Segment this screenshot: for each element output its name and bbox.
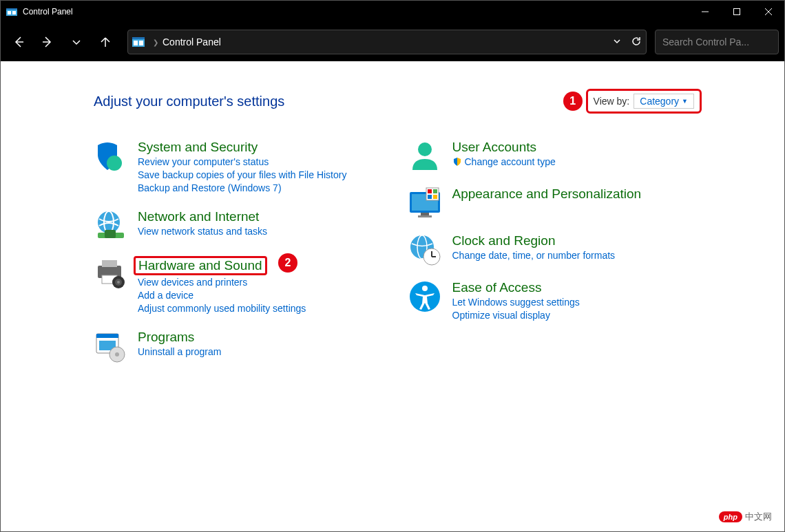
ease-of-access-link[interactable]: Ease of Access	[452, 280, 542, 295]
svg-rect-36	[418, 215, 432, 217]
recent-locations-button[interactable]	[64, 30, 89, 54]
view-by-label: View by:	[594, 96, 630, 107]
suggest-settings-link[interactable]: Let Windows suggest settings	[452, 297, 580, 308]
file-history-link[interactable]: Save backup copies of your files with Fi…	[138, 169, 346, 180]
dropdown-triangle-icon: ▼	[682, 98, 688, 105]
mobility-settings-link[interactable]: Adjust commonly used mobility settings	[138, 303, 306, 314]
printer-icon	[94, 256, 127, 289]
category-programs: Programs Uninstall a program	[94, 330, 388, 363]
close-button[interactable]	[753, 1, 784, 23]
category-user-accounts: User Accounts Change account type	[408, 140, 702, 173]
programs-link[interactable]: Programs	[138, 330, 194, 345]
address-bar[interactable]: ❯ Control Panel	[127, 30, 647, 54]
svg-rect-20	[105, 230, 116, 238]
user-icon	[408, 140, 441, 173]
search-box[interactable]	[655, 30, 779, 54]
category-ease-of-access: Ease of Access Let Windows suggest setti…	[408, 280, 702, 323]
user-accounts-link[interactable]: User Accounts	[452, 140, 537, 155]
svg-rect-11	[132, 37, 145, 39]
chevron-right-icon: ❯	[153, 39, 158, 46]
svg-rect-39	[433, 189, 437, 193]
category-hardware: Hardware and Sound 2 View devices and pr…	[94, 256, 388, 316]
svg-rect-41	[433, 195, 437, 199]
svg-rect-13	[139, 41, 143, 45]
svg-rect-12	[134, 41, 138, 45]
category-system-security: System and Security Review your computer…	[94, 140, 388, 195]
watermark-pill: php	[719, 511, 742, 522]
add-device-link[interactable]: Add a device	[138, 290, 193, 301]
view-by-dropdown[interactable]: Category ▼	[634, 94, 694, 109]
svg-rect-35	[421, 213, 429, 215]
appearance-link[interactable]: Appearance and Personalization	[452, 187, 642, 202]
annotation-marker-1: 1	[563, 92, 583, 111]
title-bar: Control Panel	[1, 1, 784, 23]
left-column: System and Security Review your computer…	[94, 140, 388, 376]
category-appearance: Appearance and Personalization	[408, 187, 702, 220]
page-heading: Adjust your computer's settings	[94, 94, 284, 109]
svg-point-32	[418, 142, 432, 156]
category-network: Network and Internet View network status…	[94, 209, 388, 242]
watermark: php 中文网	[719, 511, 772, 523]
control-panel-icon	[6, 6, 17, 17]
window-title: Control Panel	[23, 7, 689, 17]
navigation-toolbar: ❯ Control Panel	[1, 23, 784, 61]
annotation-marker-2: 2	[278, 253, 297, 273]
network-internet-link[interactable]: Network and Internet	[138, 209, 259, 224]
backup-restore-link[interactable]: Backup and Restore (Windows 7)	[138, 182, 282, 193]
right-column: User Accounts Change account type Appear…	[408, 140, 702, 376]
network-status-link[interactable]: View network status and tasks	[138, 226, 267, 237]
svg-rect-3	[12, 11, 16, 14]
watermark-text: 中文网	[745, 511, 772, 523]
maximize-button[interactable]	[721, 1, 753, 23]
back-button[interactable]	[6, 30, 31, 54]
forward-button[interactable]	[35, 30, 60, 54]
search-input[interactable]	[662, 36, 783, 47]
content-area: Adjust your computer's settings 1 View b…	[1, 61, 784, 376]
hardware-sound-link[interactable]: Hardware and Sound	[138, 258, 262, 273]
uac-shield-icon	[452, 157, 462, 167]
devices-printers-link[interactable]: View devices and printers	[138, 277, 247, 288]
svg-rect-1	[6, 8, 17, 10]
refresh-button[interactable]	[631, 36, 642, 49]
programs-icon	[94, 330, 127, 363]
view-by-value: Category	[640, 96, 679, 107]
date-time-formats-link[interactable]: Change date, time, or number formats	[452, 250, 616, 261]
svg-rect-40	[428, 195, 432, 199]
category-clock-region: Clock and Region Change date, time, or n…	[408, 233, 702, 266]
address-dropdown-button[interactable]	[613, 36, 621, 47]
svg-point-16	[107, 156, 122, 171]
up-button[interactable]	[93, 30, 118, 54]
clock-globe-icon	[408, 233, 441, 266]
globe-icon	[94, 209, 127, 242]
minimize-button[interactable]	[689, 1, 721, 23]
svg-rect-5	[734, 9, 740, 15]
optimize-display-link[interactable]: Optimize visual display	[452, 310, 550, 321]
accessibility-icon	[408, 280, 441, 313]
clock-region-link[interactable]: Clock and Region	[452, 233, 556, 248]
svg-rect-22	[102, 260, 117, 267]
system-security-link[interactable]: System and Security	[138, 140, 258, 155]
svg-rect-38	[428, 189, 432, 193]
shield-icon	[94, 140, 127, 173]
svg-point-31	[115, 352, 119, 357]
review-status-link[interactable]: Review your computer's status	[138, 156, 269, 167]
address-location: Control Panel	[163, 36, 221, 47]
svg-rect-28	[96, 334, 118, 338]
change-account-type-link[interactable]: Change account type	[452, 156, 556, 167]
svg-rect-2	[8, 11, 11, 14]
address-icon	[132, 37, 145, 47]
uninstall-program-link[interactable]: Uninstall a program	[138, 346, 221, 357]
view-by-control: 1 View by: Category ▼	[586, 89, 702, 114]
svg-point-26	[117, 281, 120, 284]
monitor-icon	[408, 187, 441, 220]
svg-point-48	[422, 286, 428, 291]
